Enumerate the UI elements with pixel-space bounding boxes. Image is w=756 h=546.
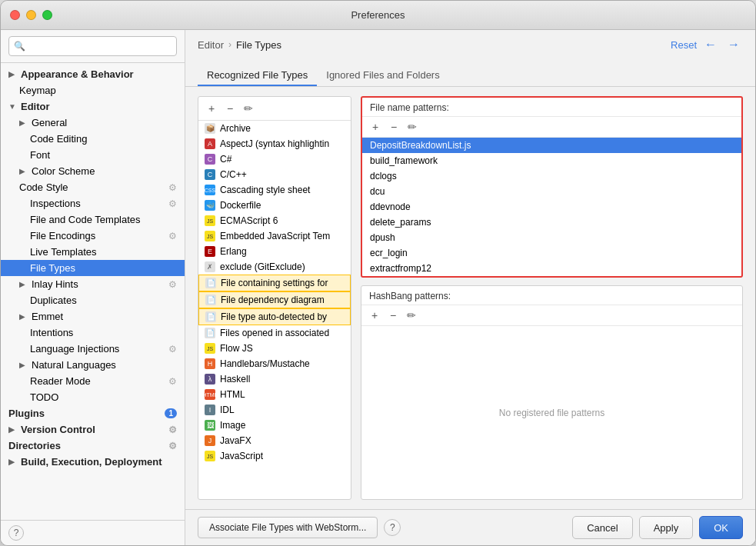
- edit-file-type-button[interactable]: ✏: [240, 100, 257, 117]
- file-type-handlebars[interactable]: H Handlebars/Mustache: [198, 356, 351, 371]
- back-button[interactable]: ←: [701, 36, 720, 53]
- sidebar-item-inlay-hints[interactable]: ▶ Inlay Hints ⚙: [1, 276, 185, 292]
- add-hashbang-button[interactable]: +: [366, 307, 383, 324]
- sidebar-label: File Encodings: [30, 230, 95, 241]
- file-type-file-settings[interactable]: 📄 File containing settings for: [198, 275, 351, 291]
- cancel-button[interactable]: Cancel: [572, 516, 632, 539]
- add-pattern-button[interactable]: +: [367, 118, 384, 135]
- sidebar-item-inspections[interactable]: Inspections ⚙: [1, 195, 185, 211]
- sidebar-item-color-scheme[interactable]: ▶ Color Scheme: [1, 163, 185, 179]
- handlebars-icon: H: [205, 358, 215, 369]
- help-button[interactable]: ?: [384, 519, 401, 536]
- sidebar-label: Version Control: [21, 424, 95, 435]
- csharp-icon: C: [205, 154, 215, 165]
- pattern-item-deposit[interactable]: DepositBreakdownList.js: [362, 138, 741, 153]
- file-type-haskell[interactable]: λ Haskell: [198, 371, 351, 387]
- sidebar-item-directories[interactable]: Directories ⚙: [1, 438, 185, 454]
- pattern-item-delete-params[interactable]: delete_params: [362, 215, 741, 230]
- sidebar-item-font[interactable]: Font: [1, 147, 185, 163]
- patterns-list: DepositBreakdownList.js build_framework …: [362, 138, 741, 276]
- maximize-button[interactable]: [42, 10, 52, 20]
- sidebar-item-build-execution[interactable]: ▶ Build, Execution, Deployment: [1, 454, 185, 470]
- html-icon: HTML: [205, 389, 215, 400]
- file-type-css[interactable]: CSS Cascading style sheet: [198, 182, 351, 198]
- sidebar-item-live-templates[interactable]: Live Templates: [1, 244, 185, 260]
- close-button[interactable]: [10, 10, 20, 20]
- pattern-item-build[interactable]: build_framework: [362, 153, 741, 168]
- minimize-button[interactable]: [26, 10, 36, 20]
- sidebar-item-reader-mode[interactable]: Reader Mode ⚙: [1, 373, 185, 389]
- sidebar-label: File and Code Templates: [30, 214, 141, 225]
- apply-button[interactable]: Apply: [639, 516, 694, 539]
- sidebar-item-general[interactable]: ▶ General: [1, 115, 185, 131]
- window-controls: [10, 10, 52, 20]
- pattern-item-ddevnode[interactable]: ddevnode: [362, 199, 741, 215]
- file-type-dependency[interactable]: 📄 File dependency diagram: [198, 291, 351, 308]
- pattern-item-extractfromp12[interactable]: extractfromp12: [362, 261, 741, 276]
- sidebar-item-natural-languages[interactable]: ▶ Natural Languages: [1, 357, 185, 373]
- main-panel: Editor › File Types Reset ← → Recognized…: [185, 30, 755, 545]
- sidebar-item-todo[interactable]: TODO: [1, 389, 185, 405]
- associate-button[interactable]: Associate File Types with WebStorm...: [198, 517, 378, 538]
- edit-hashbang-button[interactable]: ✏: [403, 307, 420, 324]
- file-type-exclude[interactable]: ✗ exclude (GitExclude): [198, 259, 351, 275]
- aspectj-icon: A: [205, 138, 215, 149]
- pattern-item-dcu[interactable]: dcu: [362, 184, 741, 199]
- pattern-item-ecr-login[interactable]: ecr_login: [362, 245, 741, 261]
- file-type-flowjs[interactable]: JS Flow JS: [198, 341, 351, 356]
- file-type-files-opened[interactable]: 📄 Files opened in associated: [198, 325, 351, 341]
- file-type-dockerfile[interactable]: 🐳 Dockerfile: [198, 198, 351, 213]
- remove-file-type-button[interactable]: −: [221, 100, 238, 117]
- tab-ignored[interactable]: Ignored Files and Folders: [317, 65, 448, 86]
- file-type-cpp[interactable]: C C/C++: [198, 167, 351, 182]
- file-type-javafx[interactable]: J JavaFX: [198, 433, 351, 448]
- main-body: + − ✏ 📦 Archive A AspectJ (syntax highli…: [185, 87, 755, 509]
- file-type-embedded-js[interactable]: JS Embedded JavaScript Tem: [198, 228, 351, 244]
- sidebar-item-version-control[interactable]: ▶ Version Control ⚙: [1, 421, 185, 438]
- file-type-csharp[interactable]: C C#: [198, 151, 351, 167]
- sidebar-item-keymap[interactable]: Keymap: [1, 82, 185, 98]
- reset-button[interactable]: Reset: [671, 39, 697, 51]
- expand-icon: ▶: [8, 70, 18, 78]
- sidebar-item-file-types[interactable]: File Types: [1, 260, 185, 276]
- sidebar-item-intentions[interactable]: Intentions: [1, 325, 185, 341]
- sidebar-item-file-code-templates[interactable]: File and Code Templates: [1, 211, 185, 228]
- expand-icon: ▶: [8, 458, 18, 466]
- pattern-item-dclogs[interactable]: dclogs: [362, 168, 741, 184]
- help-icon[interactable]: ?: [8, 525, 24, 541]
- file-type-aspectj[interactable]: A AspectJ (syntax highlightin: [198, 136, 351, 151]
- sidebar-item-code-editing[interactable]: Code Editing: [1, 131, 185, 147]
- edit-pattern-button[interactable]: ✏: [404, 118, 421, 135]
- expand-icon: ▶: [19, 280, 28, 288]
- sidebar-item-code-style[interactable]: Code Style ⚙: [1, 179, 185, 195]
- file-type-html[interactable]: HTML HTML: [198, 387, 351, 402]
- sidebar-item-plugins[interactable]: Plugins 1: [1, 405, 185, 421]
- javafx-icon: J: [205, 435, 215, 446]
- sidebar-item-duplicates[interactable]: Duplicates: [1, 292, 185, 308]
- ok-button[interactable]: OK: [699, 516, 743, 539]
- file-name-patterns-section: File name patterns: + − ✏ DepositBreakdo…: [361, 96, 743, 278]
- sidebar-item-appearance[interactable]: ▶ Appearance & Behavior: [1, 66, 185, 82]
- sidebar-item-language-injections[interactable]: Language Injections ⚙: [1, 341, 185, 357]
- sidebar-label: General: [32, 117, 67, 128]
- add-file-type-button[interactable]: +: [203, 100, 220, 117]
- file-type-auto-detected[interactable]: 📄 File type auto-detected by: [198, 308, 351, 325]
- file-type-ecma6[interactable]: JS ECMAScript 6: [198, 213, 351, 228]
- sidebar-item-emmet[interactable]: ▶ Emmet: [1, 308, 185, 325]
- pattern-item-dpush[interactable]: dpush: [362, 230, 741, 245]
- file-type-idl[interactable]: I IDL: [198, 402, 351, 418]
- javascript-icon: JS: [205, 451, 215, 461]
- sidebar-item-editor[interactable]: ▼ Editor: [1, 98, 185, 115]
- sidebar-item-file-encodings[interactable]: File Encodings ⚙: [1, 228, 185, 244]
- expand-icon: ▶: [19, 167, 28, 175]
- file-type-javascript[interactable]: JS JavaScript: [198, 448, 351, 464]
- search-input[interactable]: [8, 36, 177, 56]
- file-type-archive[interactable]: 📦 Archive: [198, 121, 351, 136]
- file-type-image[interactable]: 🖼 Image: [198, 418, 351, 433]
- tab-recognized[interactable]: Recognized File Types: [198, 65, 317, 86]
- exclude-icon: ✗: [205, 261, 215, 272]
- forward-button[interactable]: →: [724, 36, 743, 53]
- remove-pattern-button[interactable]: −: [385, 118, 402, 135]
- remove-hashbang-button[interactable]: −: [385, 307, 401, 324]
- file-type-erlang[interactable]: E Erlang: [198, 244, 351, 259]
